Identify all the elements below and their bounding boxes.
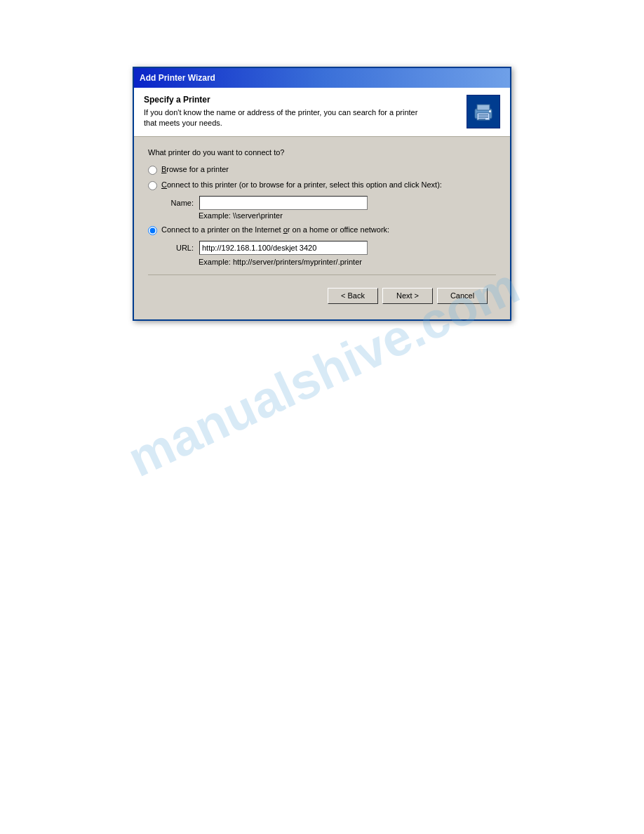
browse-radio-option[interactable]: Browse for a printer (148, 165, 496, 175)
title-bar: Add Printer Wizard (134, 68, 510, 88)
dialog-title: Add Printer Wizard (140, 73, 215, 83)
connect-printer-radio-label[interactable]: Connect to this printer (or to browse fo… (161, 180, 442, 189)
url-field-row: URL: (162, 241, 496, 255)
printer-svg-icon (471, 99, 496, 124)
next-button[interactable]: Next > (382, 288, 433, 304)
svg-rect-3 (478, 114, 488, 116)
name-example: Example: \\server\printer (199, 211, 496, 220)
connect-internet-radio-option[interactable]: Connect to a printer on the Internet or … (148, 225, 496, 235)
header-title: Specify a Printer (144, 95, 459, 105)
back-button[interactable]: < Back (328, 288, 378, 304)
connect-internet-radio-label[interactable]: Connect to a printer on the Internet or … (161, 225, 389, 234)
name-input[interactable] (199, 196, 368, 210)
header-description: If you don't know the name or address of… (144, 107, 459, 129)
svg-rect-5 (478, 119, 485, 120)
add-printer-wizard-dialog: Add Printer Wizard Specify a Printer If … (133, 67, 511, 321)
header-text: Specify a Printer If you don't know the … (144, 95, 459, 129)
svg-rect-1 (477, 105, 490, 110)
connect-internet-radio-input[interactable] (148, 226, 157, 235)
browse-radio-label[interactable]: Browse for a printer (161, 165, 229, 173)
button-bar: < Back Next > Cancel (148, 282, 496, 311)
browse-radio-input[interactable] (148, 166, 157, 175)
name-field-row: Name: (162, 196, 496, 210)
svg-rect-4 (478, 117, 488, 118)
url-example: Example: http://server/printers/myprinte… (199, 258, 496, 266)
svg-rect-6 (489, 110, 491, 112)
question-label: What printer do you want to connect to? (148, 148, 496, 157)
cancel-button[interactable]: Cancel (437, 288, 488, 304)
divider (148, 274, 496, 275)
content-section: What printer do you want to connect to? … (134, 137, 510, 319)
connect-printer-radio-input[interactable] (148, 181, 157, 190)
connect-printer-radio-option[interactable]: Connect to this printer (or to browse fo… (148, 180, 496, 190)
header-section: Specify a Printer If you don't know the … (134, 88, 510, 137)
printer-icon (467, 95, 500, 128)
name-label: Name: (162, 199, 194, 207)
url-input[interactable] (199, 241, 368, 255)
url-label: URL: (162, 244, 194, 252)
